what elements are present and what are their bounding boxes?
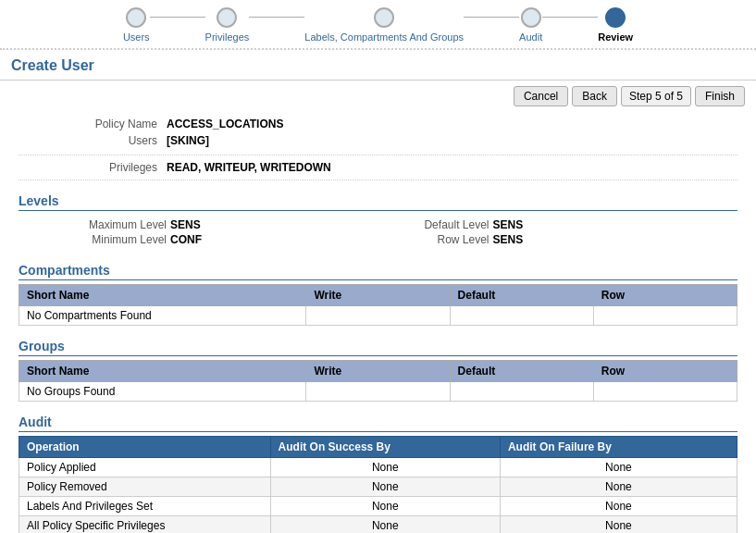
users-label: Users — [74, 134, 167, 147]
table-row: Policy Applied None None — [19, 458, 737, 477]
row-level-label: Row Level — [378, 233, 490, 246]
audit-success: None — [270, 516, 500, 534]
comp-default — [450, 306, 593, 326]
comp-col-row: Row — [593, 285, 737, 306]
step-review-label[interactable]: Review — [598, 31, 633, 43]
table-row: Policy Removed None None — [19, 477, 737, 497]
audit-col-success: Audit On Success By — [270, 437, 500, 458]
compartments-section-header: Compartments — [19, 257, 737, 280]
connector-4 — [542, 17, 598, 18]
step-privileges[interactable]: Privileges — [205, 7, 250, 43]
table-row: All Policy Specific Privileges None None — [19, 516, 737, 534]
audit-operation: All Policy Specific Privileges — [19, 516, 271, 534]
default-level-label: Default Level — [378, 218, 490, 231]
groups-header-row: Short Name Write Default Row — [19, 361, 737, 382]
step-indicator: Step 5 of 5 — [621, 86, 691, 106]
table-row: No Compartments Found — [19, 306, 737, 326]
audit-operation: Policy Applied — [19, 458, 271, 477]
default-level-value: SENS — [493, 218, 524, 231]
connector-1 — [150, 17, 205, 18]
step-labels[interactable]: Labels, Compartments And Groups — [304, 7, 464, 43]
comp-col-shortname: Short Name — [19, 285, 306, 306]
audit-failure: None — [500, 458, 737, 477]
connector-2 — [249, 17, 304, 18]
grp-col-default: Default — [450, 361, 593, 382]
grp-row — [593, 382, 737, 402]
comp-col-write: Write — [306, 285, 450, 306]
grp-default — [450, 382, 593, 402]
finish-button[interactable]: Finish — [695, 86, 745, 106]
comp-row — [593, 306, 737, 326]
grp-write — [306, 382, 450, 402]
max-level-value: SENS — [170, 218, 201, 231]
row-level-value: SENS — [493, 233, 524, 246]
audit-success: None — [270, 497, 500, 516]
step-privileges-label[interactable]: Privileges — [205, 31, 250, 43]
users-value: [SKING] — [167, 134, 209, 147]
min-level-row: Minimum Level CONF — [56, 233, 378, 246]
levels-section-header: Levels — [19, 188, 737, 211]
max-level-row: Maximum Level SENS — [56, 218, 378, 231]
audit-success: None — [270, 477, 500, 497]
levels-grid: Maximum Level SENS Default Level SENS Mi… — [19, 215, 737, 250]
step-users[interactable]: Users — [123, 7, 150, 43]
grp-col-row: Row — [593, 361, 737, 382]
step-audit[interactable]: Audit — [519, 7, 542, 43]
audit-section-header: Audit — [19, 409, 737, 432]
privileges-row: Privileges READ, WRITEUP, WRITEDOWN — [19, 155, 737, 180]
step-users-label[interactable]: Users — [123, 31, 150, 43]
audit-col-failure: Audit On Failure By — [500, 437, 737, 458]
row-level-row: Row Level SENS — [378, 233, 701, 246]
privileges-label: Privileges — [74, 161, 167, 174]
audit-header-row: Operation Audit On Success By Audit On F… — [19, 437, 737, 458]
comp-write — [306, 306, 450, 326]
grp-col-write: Write — [306, 361, 450, 382]
content-area: Policy Name ACCESS_LOCATIONS Users [SKIN… — [0, 112, 756, 533]
step-users-circle — [126, 7, 146, 28]
wizard-steps: Users Privileges Labels, Compartments An… — [0, 0, 756, 50]
privileges-value: READ, WRITEUP, WRITEDOWN — [167, 161, 331, 174]
comp-col-default: Default — [450, 285, 593, 306]
max-level-label: Maximum Level — [56, 218, 167, 231]
step-labels-label[interactable]: Labels, Compartments And Groups — [304, 31, 464, 43]
table-row: Labels And Privileges Set None None — [19, 497, 737, 516]
policy-name-row: Policy Name ACCESS_LOCATIONS — [19, 116, 737, 132]
audit-col-operation: Operation — [19, 437, 271, 458]
audit-failure: None — [500, 497, 737, 516]
grp-short-name: No Groups Found — [19, 382, 306, 402]
min-level-value: CONF — [170, 233, 202, 246]
step-audit-circle — [521, 7, 541, 28]
audit-operation: Labels And Privileges Set — [19, 497, 271, 516]
policy-name-label: Policy Name — [74, 118, 167, 130]
users-row: Users [SKING] — [19, 132, 737, 149]
groups-section-header: Groups — [19, 333, 737, 356]
back-button[interactable]: Back — [572, 86, 617, 106]
table-row: No Groups Found — [19, 382, 737, 402]
compartments-table: Short Name Write Default Row No Compartm… — [19, 284, 737, 326]
step-privileges-circle — [217, 7, 237, 28]
step-labels-circle — [374, 7, 394, 28]
audit-failure: None — [500, 477, 737, 497]
cancel-button[interactable]: Cancel — [514, 86, 568, 106]
comp-short-name: No Compartments Found — [19, 306, 306, 326]
audit-success: None — [270, 458, 500, 477]
groups-table: Short Name Write Default Row No Groups F… — [19, 360, 737, 402]
page-title: Create User — [0, 50, 756, 81]
step-audit-label[interactable]: Audit — [519, 31, 542, 43]
compartments-header-row: Short Name Write Default Row — [19, 285, 737, 306]
step-review-circle — [605, 7, 626, 28]
toolbar: Cancel Back Step 5 of 5 Finish — [0, 81, 756, 112]
min-level-label: Minimum Level — [56, 233, 167, 246]
policy-name-value: ACCESS_LOCATIONS — [167, 118, 283, 130]
grp-col-shortname: Short Name — [19, 361, 306, 382]
connector-3 — [464, 17, 519, 18]
audit-table: Operation Audit On Success By Audit On F… — [19, 436, 737, 533]
step-review[interactable]: Review — [598, 7, 633, 43]
audit-operation: Policy Removed — [19, 477, 271, 497]
default-level-row: Default Level SENS — [378, 218, 701, 231]
audit-failure: None — [500, 516, 737, 534]
